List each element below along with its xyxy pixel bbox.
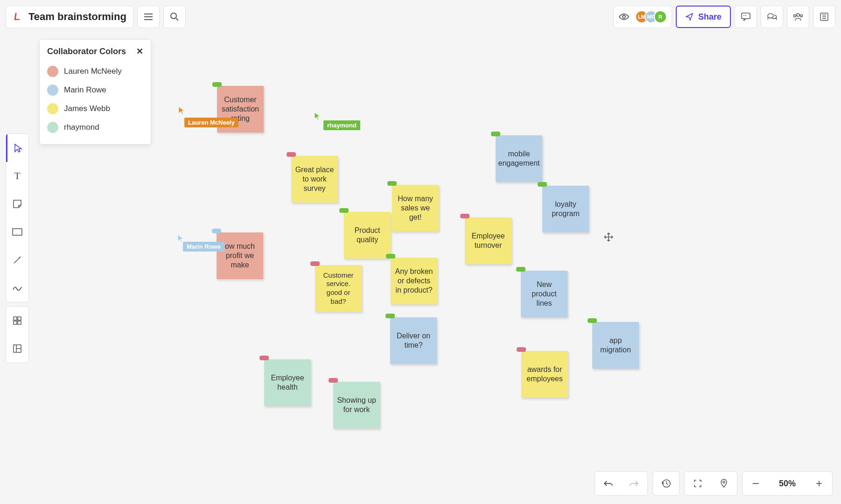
svg-rect-13 [13, 229, 22, 235]
minus-icon: − [752, 476, 759, 491]
people-icon [792, 13, 804, 21]
collaborator-name: Lauren McNeely [64, 67, 122, 76]
owner-tag [588, 318, 597, 323]
sticky-note[interactable]: Showing up for work [333, 382, 380, 428]
location-button[interactable] [711, 471, 737, 496]
fullscreen-button[interactable] [685, 471, 711, 496]
collaborator-name: Marin Rowe [64, 85, 106, 95]
sticky-note[interactable]: awards for employees [521, 351, 568, 398]
grid-tool[interactable] [6, 307, 28, 335]
text-tool[interactable]: T [6, 162, 28, 190]
chat-button[interactable] [761, 6, 783, 28]
sticky-note[interactable]: Employee health [264, 359, 311, 406]
svg-point-8 [800, 15, 803, 17]
sticky-note[interactable]: Employee turnover [465, 217, 512, 264]
svg-rect-18 [14, 321, 17, 324]
svg-rect-17 [18, 317, 21, 320]
owner-tag [516, 267, 526, 272]
comment-button[interactable] [735, 6, 757, 28]
hamburger-menu-button[interactable] [137, 6, 160, 28]
collaborator-row[interactable]: James Webb [47, 99, 143, 118]
sticky-note[interactable]: app migration [592, 322, 639, 369]
sticky-note[interactable]: How many sales we get! [392, 185, 439, 231]
people-button[interactable] [787, 6, 809, 28]
avatar[interactable]: R [654, 10, 667, 23]
document-title[interactable]: Team brainstorming [28, 11, 126, 23]
svg-point-24 [723, 481, 725, 483]
color-swatch [47, 66, 58, 77]
owner-tag [517, 347, 526, 352]
hamburger-icon [144, 14, 153, 20]
close-icon[interactable]: ✕ [136, 46, 143, 56]
move-cursor-icon [604, 232, 613, 242]
collaborator-colors-panel: Collaborator Colors ✕ Lauren McNeelyMari… [39, 39, 151, 145]
svg-rect-19 [18, 321, 21, 324]
panel-title: Collaborator Colors [47, 47, 126, 56]
collaborator-row[interactable]: Lauren McNeely [47, 62, 143, 81]
tool-group-templates [6, 306, 29, 363]
layout-tool[interactable] [6, 335, 28, 363]
zoom-group: − 50% + [742, 471, 833, 496]
history-icon [661, 479, 671, 488]
owner-tag [460, 214, 470, 218]
svg-rect-16 [14, 317, 17, 320]
list-panel-button[interactable] [813, 6, 835, 28]
layout-icon [13, 344, 21, 353]
collaborator-cursor-label: Marin Rowe [183, 242, 224, 252]
shape-tool[interactable] [6, 218, 28, 246]
undo-button[interactable] [595, 471, 621, 496]
svg-point-7 [794, 15, 796, 17]
fullscreen-icon [694, 479, 702, 488]
grid-icon [13, 316, 21, 325]
view-group [684, 471, 737, 496]
undo-icon [603, 480, 613, 487]
sticky-note[interactable]: mobile engagement [496, 135, 542, 182]
collaborator-row[interactable]: Marin Rowe [47, 81, 143, 99]
color-swatch [47, 103, 58, 114]
sticky-tool[interactable] [6, 190, 28, 218]
sticky-note[interactable]: Great place to work survey [291, 156, 338, 203]
zoom-in-button[interactable]: + [806, 471, 832, 496]
search-icon [170, 12, 179, 21]
sticky-icon [13, 199, 22, 209]
undo-redo-group [595, 471, 648, 496]
tool-sidebar: T [6, 133, 29, 363]
sticky-note[interactable]: Product quality [344, 212, 391, 259]
line-tool[interactable] [6, 246, 28, 274]
title-bar[interactable]: L Team brainstorming [6, 6, 133, 28]
svg-point-2 [623, 15, 625, 18]
collaborator-row[interactable]: rhaymond [47, 118, 143, 137]
sticky-note[interactable]: Customer service. good or bad? [315, 265, 362, 312]
rectangle-icon [12, 228, 22, 236]
svg-line-1 [176, 18, 178, 21]
topbar: L Team brainstorming LMMRR Share [6, 6, 835, 28]
history-button[interactable] [653, 471, 679, 496]
presence-group[interactable]: LMMRR [613, 6, 672, 28]
share-button[interactable]: Share [676, 6, 731, 28]
svg-point-6 [797, 14, 799, 16]
owner-tag [387, 181, 397, 186]
color-swatch [47, 122, 58, 133]
sticky-note[interactable]: New product lines [521, 271, 568, 317]
color-swatch [47, 84, 58, 96]
paper-plane-icon [685, 13, 694, 21]
collaborator-cursor-icon [314, 112, 321, 120]
zoom-level[interactable]: 50% [769, 479, 806, 489]
select-tool[interactable] [6, 134, 28, 162]
sticky-note[interactable]: Any broken or defects in product? [391, 258, 437, 304]
pin-icon [720, 479, 728, 488]
search-button[interactable] [163, 6, 186, 28]
avatar-stack[interactable]: LMMRR [635, 10, 667, 23]
freehand-tool[interactable] [6, 274, 28, 302]
topbar-right: LMMRR Share [613, 6, 835, 28]
sticky-note[interactable]: Deliver on time? [390, 317, 437, 364]
comment-icon [741, 13, 750, 21]
redo-icon [629, 480, 639, 487]
panel-header: Collaborator Colors ✕ [47, 46, 143, 56]
zoom-out-button[interactable]: − [743, 471, 769, 496]
sticky-note[interactable]: ow much profit we make [217, 232, 263, 279]
collaborator-name: rhaymond [64, 123, 99, 132]
sticky-note[interactable]: loyalty program [542, 186, 589, 232]
redo-button[interactable] [621, 471, 647, 496]
owner-tag [538, 182, 547, 187]
